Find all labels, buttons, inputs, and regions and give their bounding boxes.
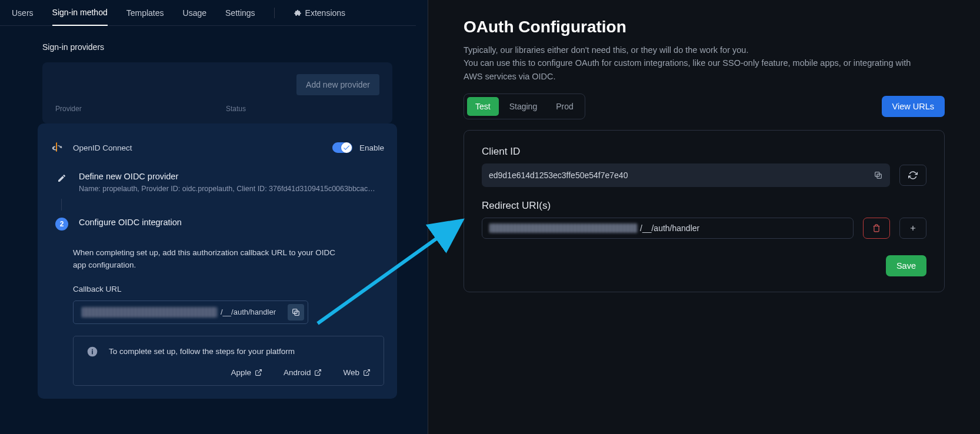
info-text: To complete set up, follow the steps for… <box>109 347 295 356</box>
redacted-url-prefix <box>82 307 217 318</box>
apple-label: Apple <box>231 368 251 377</box>
tab-extensions[interactable]: Extensions <box>294 0 345 26</box>
regenerate-button[interactable] <box>899 165 926 186</box>
puzzle-icon <box>294 9 302 17</box>
oauth-desc-1: Typically, our libraries either don't ne… <box>464 44 916 56</box>
tab-usage[interactable]: Usage <box>183 0 206 26</box>
col-provider: Provider <box>55 105 226 113</box>
refresh-icon <box>908 171 918 180</box>
external-link-icon <box>255 369 262 376</box>
check-icon <box>342 143 351 152</box>
copy-callback-button[interactable] <box>288 304 304 321</box>
oauth-desc-2: You can use this to configure OAuth for … <box>464 56 916 83</box>
tab-users[interactable]: Users <box>12 0 34 26</box>
redacted-redirect-prefix <box>489 223 638 233</box>
step1-title: Define new OIDC provider <box>79 172 384 181</box>
external-link-icon <box>363 369 371 376</box>
web-label: Web <box>343 368 359 377</box>
tab-divider <box>274 8 275 18</box>
client-id-value: ed9d1e614d1253ec3ffe50e54f7e7e40 <box>489 171 628 180</box>
col-status: Status <box>226 105 246 113</box>
client-id-box: ed9d1e614d1253ec3ffe50e54f7e7e40 <box>482 163 890 187</box>
tab-settings[interactable]: Settings <box>225 0 255 26</box>
provider-card: Add new provider Provider Status <box>42 62 392 123</box>
add-provider-button[interactable]: Add new provider <box>296 74 379 95</box>
provider-name: OpenID Connect <box>73 143 132 152</box>
redirect-suffix: /__/auth/handler <box>640 223 699 233</box>
view-urls-button[interactable]: View URLs <box>882 96 945 117</box>
env-prod[interactable]: Prod <box>548 97 582 116</box>
step2-badge: 2 <box>55 218 68 231</box>
info-panel: To complete set up, follow the steps for… <box>73 336 384 386</box>
platform-apple[interactable]: Apple <box>231 368 262 377</box>
delete-redirect-button[interactable] <box>863 218 890 239</box>
enable-toggle[interactable] <box>332 142 352 153</box>
openid-icon <box>51 141 64 154</box>
callback-url-box: /__/auth/handler <box>73 301 308 324</box>
tab-signin-method[interactable]: Sign-in method <box>52 0 108 26</box>
oauth-card: Client ID ed9d1e614d1253ec3ffe50e54f7e7e… <box>464 130 945 292</box>
step-connector <box>61 199 62 211</box>
info-icon <box>86 346 98 358</box>
plus-icon <box>909 224 917 232</box>
edit-icon[interactable] <box>55 172 68 185</box>
step2-title: Configure OIDC integration <box>79 218 384 227</box>
external-link-icon <box>314 369 322 376</box>
platform-web[interactable]: Web <box>343 368 371 377</box>
step1-sub: Name: propelauth, Provider ID: oidc.prop… <box>79 185 376 193</box>
oauth-title: OAuth Configuration <box>464 18 945 36</box>
env-tabs: Test Staging Prod <box>464 94 585 119</box>
env-staging[interactable]: Staging <box>501 97 545 116</box>
redirect-uri-input[interactable]: /__/auth/handler <box>482 218 854 239</box>
platform-android[interactable]: Android <box>284 368 322 377</box>
copy-icon[interactable] <box>874 171 883 180</box>
callback-label: Callback URL <box>73 285 384 293</box>
oidc-config-box: OpenID Connect Enable Define new OIDC pr… <box>38 123 397 399</box>
add-redirect-button[interactable] <box>899 218 926 239</box>
tab-extensions-label: Extensions <box>305 8 345 18</box>
tab-templates[interactable]: Templates <box>126 0 164 26</box>
tab-bar: Users Sign-in method Templates Usage Set… <box>0 0 416 26</box>
trash-icon <box>872 224 881 232</box>
client-id-label: Client ID <box>482 146 926 158</box>
redirect-label: Redirect URI(s) <box>482 200 926 212</box>
android-label: Android <box>284 368 311 377</box>
callback-suffix: /__/auth/handler <box>221 308 288 316</box>
env-test[interactable]: Test <box>467 97 499 116</box>
save-button[interactable]: Save <box>886 255 926 276</box>
section-header: Sign-in providers <box>0 26 428 62</box>
enable-label: Enable <box>359 143 384 152</box>
step2-desc: When completing set up, add this authori… <box>73 247 349 272</box>
